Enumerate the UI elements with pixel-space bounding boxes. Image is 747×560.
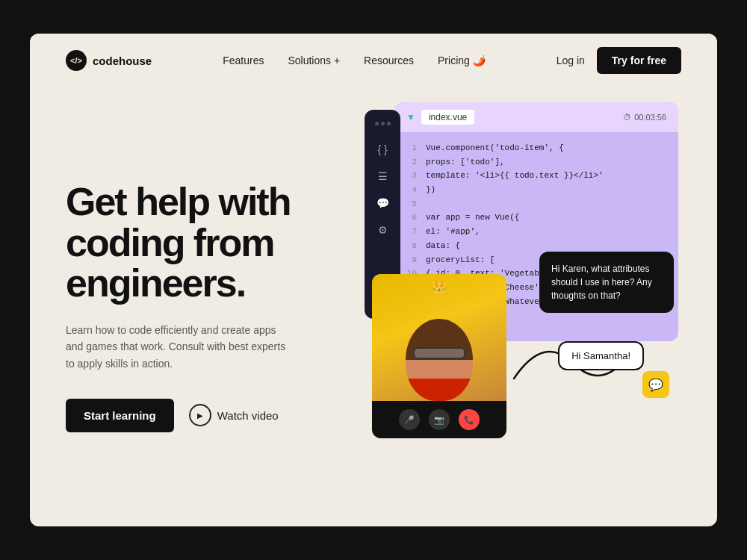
nav-actions: Log in Try for free [557, 47, 681, 74]
vue-logo: ▼ [406, 112, 415, 122]
chat-icon: 💬 [376, 197, 389, 209]
hero-left: Get help with coding from engineers. Lea… [66, 102, 350, 497]
app-container: </> codehouse Features Solutions + Resou… [30, 34, 717, 526]
video-call-card: 👑 🎤 📷 📞 [372, 274, 506, 438]
play-icon: ▶ [189, 404, 211, 426]
settings-icon: ⚙ [378, 224, 388, 236]
chat-light-text: Hi Samantha! [571, 350, 630, 361]
clock-icon: ⏱ [623, 113, 631, 122]
person-shirt [406, 379, 473, 401]
try-free-button[interactable]: Try for free [597, 47, 681, 74]
chat-dark-text: Hi Karen, what attributes should I use i… [551, 264, 652, 301]
hero-right: { } ☰ 💬 ⚙ ▼ index.vue ⏱ 00:03:56 1Vue.co… [350, 102, 681, 497]
main-content: Get help with coding from engineers. Lea… [30, 87, 717, 526]
nav-item-solutions[interactable]: Solutions + [288, 54, 340, 67]
sidebar-dots [375, 122, 391, 125]
person-image: 👑 [372, 274, 506, 401]
logo-icon: </> [66, 50, 87, 71]
navbar: </> codehouse Features Solutions + Resou… [30, 34, 717, 87]
code-panel-header: ▼ index.vue ⏱ 00:03:56 [394, 102, 678, 132]
camera-button[interactable]: 📷 [429, 409, 450, 430]
mic-button[interactable]: 🎤 [399, 409, 420, 430]
nav-item-features[interactable]: Features [223, 54, 264, 67]
chat-bubble-light: Hi Samantha! [558, 341, 644, 370]
end-call-button[interactable]: 📞 [459, 409, 480, 430]
message-icon-button[interactable]: 💬 [642, 371, 669, 398]
hero-title: Get help with coding from engineers. [66, 181, 350, 304]
video-controls: 🎤 📷 📞 [372, 401, 506, 438]
hero-subtitle: Learn how to code efficiently and create… [66, 322, 290, 372]
nav-item-pricing[interactable]: Pricing 🌶️ [438, 54, 486, 67]
person-face [406, 319, 473, 401]
chat-bubble-dark: Hi Karen, what attributes should I use i… [539, 252, 674, 313]
code-timer: ⏱ 00:03:56 [623, 113, 666, 122]
logo-text: codehouse [93, 55, 152, 67]
login-button[interactable]: Log in [557, 55, 585, 66]
nav-item-resources[interactable]: Resources [364, 54, 414, 67]
cta-buttons: Start learning ▶ Watch video [66, 399, 350, 432]
file-tab[interactable]: index.vue [421, 110, 474, 125]
logo[interactable]: </> codehouse [66, 50, 152, 71]
nav-links: Features Solutions + Resources Pricing 🌶… [223, 54, 486, 67]
code-icon: { } [377, 143, 387, 155]
list-icon: ☰ [378, 170, 388, 182]
watch-video-button[interactable]: ▶ Watch video [189, 404, 279, 426]
crown-icon: 👑 [432, 280, 447, 294]
start-learning-button[interactable]: Start learning [66, 399, 174, 432]
watch-video-label: Watch video [217, 409, 279, 422]
